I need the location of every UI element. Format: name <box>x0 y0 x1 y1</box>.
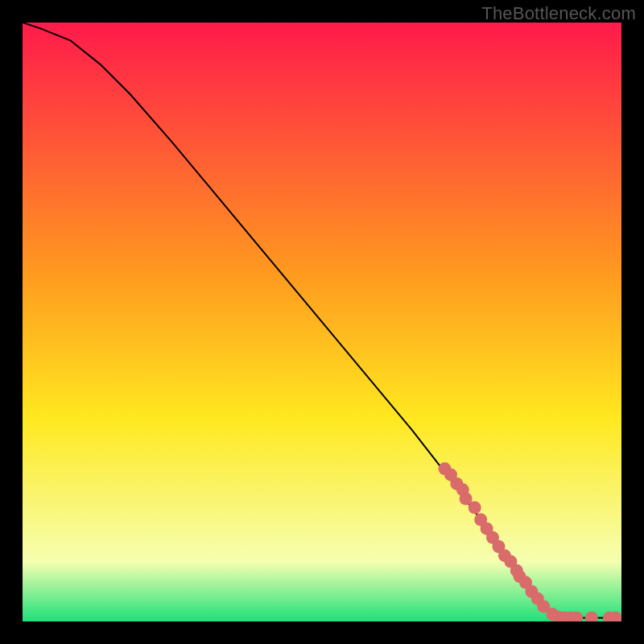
watermark-text: TheBottleneck.com <box>481 3 636 24</box>
chart-svg <box>23 23 621 621</box>
chart-frame: TheBottleneck.com <box>0 0 644 644</box>
chart-plot-area <box>23 23 621 621</box>
data-marker <box>469 502 481 514</box>
